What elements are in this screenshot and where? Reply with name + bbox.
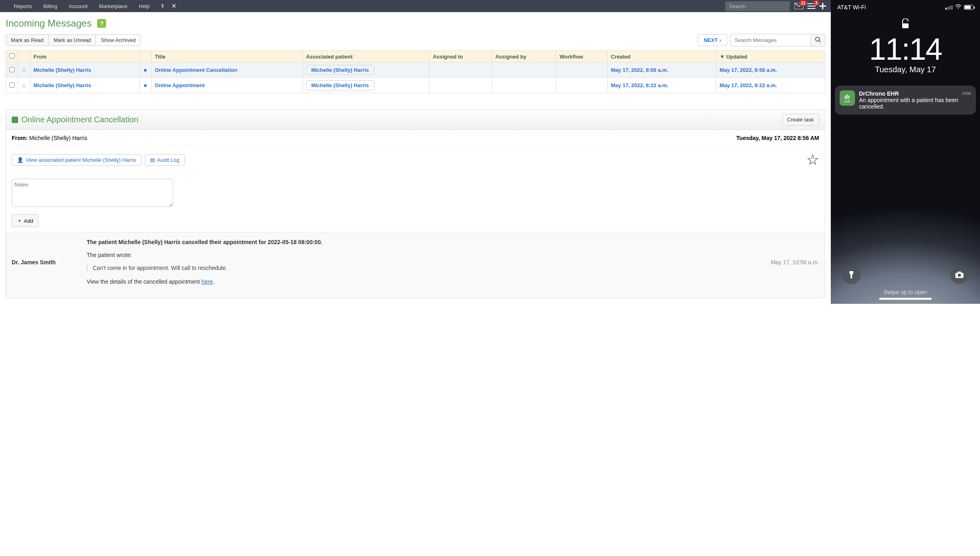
table-row[interactable]: ☆ Michelle (Shelly) Harris ■ Online Appo… — [6, 63, 825, 78]
view-patient-button[interactable]: 👤 View associated patient Michelle (Shel… — [12, 154, 142, 166]
search-messages-input[interactable] — [730, 34, 811, 46]
mail-icon[interactable]: 11 — [794, 3, 803, 9]
mark-read-button[interactable]: Mark as Read — [6, 34, 49, 46]
global-search-input[interactable] — [725, 1, 790, 11]
row-checkbox[interactable] — [9, 82, 15, 88]
search-messages-button[interactable] — [811, 34, 825, 46]
notes-textarea[interactable] — [12, 179, 173, 207]
lock-time: 11:14 — [831, 31, 980, 67]
audit-log-button[interactable]: ▤ Audit Log — [145, 154, 185, 166]
list-icon: ▤ — [150, 157, 155, 163]
col-updated[interactable]: ▼ Updated — [716, 51, 825, 63]
col-assigned-to[interactable]: Assigned to — [430, 51, 492, 63]
favorite-star-icon[interactable]: ☆ — [806, 151, 819, 168]
plus-icon: ＋ — [17, 217, 22, 224]
svg-rect-2 — [902, 23, 909, 28]
patient-chip[interactable]: Michelle (Shelly) Harris — [306, 80, 374, 90]
status-icon: ■ — [144, 83, 147, 88]
col-from[interactable]: From — [30, 51, 140, 63]
star-icon[interactable]: ☆ — [21, 82, 27, 89]
col-created[interactable]: Created — [607, 51, 716, 63]
camera-button[interactable] — [950, 265, 969, 284]
message-author: Dr. James Smith — [12, 259, 56, 265]
detail-title: Online Appointment Cancellation — [21, 115, 138, 124]
phone-lockscreen: AT&T Wi-Fi 11:14 Tuesday, May 17 dr EHR … — [831, 0, 980, 304]
search-icon — [815, 37, 821, 42]
star-icon[interactable]: ☆ — [21, 67, 27, 73]
top-nav: Reports Billing Account Marketplace Help… — [0, 0, 831, 12]
row-from[interactable]: Michelle (Shelly) Harris — [30, 78, 140, 93]
nav-marketplace[interactable]: Marketplace — [93, 3, 133, 9]
flashlight-icon — [848, 270, 855, 279]
notif-body-text: An appointment with a patient has been c… — [859, 97, 971, 110]
cancel-summary: The patient Michelle (Shelly) Harris can… — [87, 239, 322, 245]
flashlight-button[interactable] — [842, 265, 861, 284]
notif-app-name: DrChrono EHR — [859, 90, 899, 97]
col-workflow[interactable]: Workflow — [556, 51, 607, 63]
notif-when: now — [962, 90, 971, 97]
select-all-checkbox[interactable] — [9, 53, 15, 59]
home-indicator[interactable] — [879, 298, 932, 300]
mail-badge: 11 — [799, 0, 807, 6]
carrier-label: AT&T Wi-Fi — [837, 4, 866, 10]
row-title[interactable]: Online Appointment Cancellation — [151, 63, 302, 78]
svg-rect-5 — [958, 272, 961, 273]
svg-point-4 — [958, 274, 961, 277]
row-checkbox[interactable] — [9, 67, 15, 72]
messages-table: From Title Associated patient Assigned t… — [6, 50, 825, 93]
chevron-right-icon: › — [719, 37, 721, 43]
svg-point-1 — [815, 37, 819, 41]
patient-quote: Can't come in for appointment. Will call… — [87, 265, 819, 271]
col-patient[interactable]: Associated patient — [302, 51, 430, 63]
tasks-icon[interactable]: 3 — [807, 3, 815, 9]
caduceus-icon[interactable]: ⚕ — [161, 2, 164, 10]
table-row[interactable]: ☆ Michelle (Shelly) Harris ■ Online Appo… — [6, 78, 825, 93]
next-button[interactable]: NEXT › — [698, 34, 727, 46]
battery-icon — [964, 5, 974, 10]
mark-unread-button[interactable]: Mark as Unread — [48, 34, 96, 46]
close-icon[interactable]: ✕ — [171, 2, 177, 10]
from-label: From: — [12, 135, 28, 141]
nav-help[interactable]: Help — [133, 3, 155, 9]
notification-card[interactable]: dr EHR DrChrono EHR now An appointment w… — [835, 86, 976, 115]
add-note-button[interactable]: ＋ Add — [12, 214, 38, 227]
row-title[interactable]: Online Appointment — [151, 78, 302, 93]
row-updated: May 17, 2022, 8:56 a.m. — [716, 63, 825, 78]
help-icon[interactable]: ? — [97, 19, 106, 28]
col-assigned-by[interactable]: Assigned by — [492, 51, 556, 63]
status-icon: ■ — [144, 67, 147, 73]
swipe-hint: Swipe up to open — [831, 289, 980, 295]
row-created: May 17, 2022, 8:22 a.m. — [607, 78, 716, 93]
person-icon: 👤 — [17, 157, 23, 163]
create-task-button[interactable]: Create task — [782, 114, 819, 125]
from-value: Michelle (Shelly) Harris — [29, 135, 88, 141]
signal-icon — [945, 5, 953, 10]
lock-icon — [831, 19, 980, 31]
nav-reports[interactable]: Reports — [8, 3, 38, 9]
view-details-text: View the details of the cancelled appoin… — [87, 278, 202, 285]
tasks-badge: 3 — [813, 0, 819, 6]
nav-billing[interactable]: Billing — [38, 3, 63, 9]
wifi-icon — [955, 4, 961, 10]
nav-account[interactable]: Account — [63, 3, 93, 9]
camera-icon — [955, 271, 964, 278]
detail-timestamp: Tuesday, May 17, 2022 8:56 AM — [736, 135, 819, 141]
col-title[interactable]: Title — [151, 51, 302, 63]
here-link[interactable]: here — [202, 278, 213, 285]
show-archived-button[interactable]: Show Archived — [96, 34, 141, 46]
patient-chip[interactable]: Michelle (Shelly) Harris — [306, 65, 374, 75]
app-icon: dr EHR — [840, 90, 855, 106]
page-title: Incoming Messages — [6, 18, 92, 29]
row-created: May 17, 2022, 8:56 a.m. — [607, 63, 716, 78]
row-updated: May 17, 2022, 8:22 a.m. — [716, 78, 825, 93]
message-detail: Online Appointment Cancellation Create t… — [6, 109, 825, 298]
message-time: May 17, 10:56 a.m. — [771, 259, 819, 265]
status-square-icon — [12, 117, 18, 123]
lock-date: Tuesday, May 17 — [831, 65, 980, 74]
patient-wrote-label: The patient wrote: — [87, 252, 819, 258]
row-from[interactable]: Michelle (Shelly) Harris — [30, 63, 140, 78]
add-icon[interactable] — [819, 3, 826, 9]
